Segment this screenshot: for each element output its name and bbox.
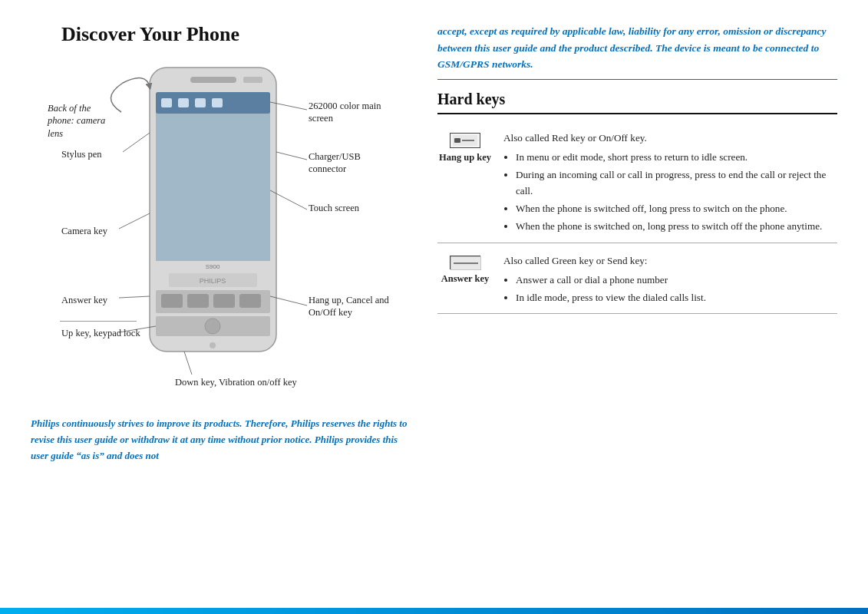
hang-up-key-row: Hang up key Also called Red key or On/Of… <box>437 130 837 236</box>
left-column: Discover Your Phone <box>31 23 414 600</box>
svg-rect-1 <box>190 77 236 83</box>
svg-rect-13 <box>156 290 270 313</box>
page-container: Discover Your Phone <box>0 0 868 614</box>
svg-text:PHILIPS: PHILIPS <box>200 277 226 285</box>
hang-up-bullet-1: In menu or edit mode, short press to ret… <box>516 149 837 165</box>
hard-keys-title: Hard keys <box>437 91 837 114</box>
answer-key-icon[interactable] <box>450 256 480 269</box>
label-color-screen: 262000 color main screen <box>309 100 399 125</box>
svg-rect-10 <box>169 273 257 287</box>
svg-rect-4 <box>156 92 270 114</box>
label-back-phone: Back of the phone: camera lens <box>48 102 117 140</box>
svg-point-19 <box>205 319 220 334</box>
svg-rect-15 <box>187 294 209 308</box>
main-content: Discover Your Phone <box>0 0 868 608</box>
page-title: Discover Your Phone <box>61 23 414 46</box>
right-column: accept, except as required by applicable… <box>437 23 837 600</box>
svg-rect-31 <box>454 138 460 143</box>
label-hang-up-cancel: Hang up, Cancel and On/Off key <box>309 294 399 319</box>
svg-rect-6 <box>161 98 172 107</box>
svg-rect-0 <box>150 68 276 352</box>
hang-up-key-icon-label: Hang up key <box>437 130 493 163</box>
bottom-bar <box>0 608 868 614</box>
answer-key-label: Answer key <box>441 272 490 285</box>
svg-line-21 <box>123 133 150 152</box>
label-stylus-pen: Stylus pen <box>61 148 101 160</box>
hang-up-key-icon[interactable] <box>450 133 480 148</box>
hang-up-key-description: Also called Red key or On/Off key. In me… <box>503 130 837 236</box>
hang-up-bullets: In menu or edit mode, short press to ret… <box>503 149 837 235</box>
svg-line-28 <box>270 296 307 305</box>
answer-key-description: Also called Green key or Send key: Answe… <box>503 253 837 307</box>
svg-line-29 <box>184 352 192 375</box>
answer-bullets: Answer a call or dial a phone number In … <box>503 272 837 305</box>
svg-rect-2 <box>243 77 262 83</box>
hang-up-key-label: Hang up key <box>439 151 491 163</box>
hang-up-bullet-2: During an incoming call or call in progr… <box>516 167 837 199</box>
note-box: Philips continuously strives to improve … <box>31 416 414 464</box>
svg-rect-3 <box>156 92 270 261</box>
svg-line-27 <box>270 190 307 210</box>
svg-line-23 <box>119 296 150 298</box>
answer-bullet-2: In idle mode, press to view the dialed c… <box>516 289 837 305</box>
svg-text:S900: S900 <box>206 263 220 270</box>
answer-also-called: Also called Green key or Send key: <box>503 253 837 269</box>
svg-point-20 <box>210 342 216 348</box>
hang-up-bullet-3: When the phone is switched off, long pre… <box>516 200 837 216</box>
svg-rect-16 <box>213 294 235 308</box>
answer-bullet-1: Answer a call or dial a phone number <box>516 272 837 288</box>
svg-line-22 <box>119 213 150 229</box>
answer-key-icon-label: Answer key <box>437 253 493 285</box>
answer-key-row: Answer key Also called Green key or Send… <box>437 253 837 307</box>
label-up-key: Up key, keypad lock <box>61 327 140 339</box>
label-charger-usb: Charger/USB connector <box>309 150 399 176</box>
diagram-line-left <box>60 321 137 322</box>
svg-rect-14 <box>161 294 183 308</box>
hang-up-also-called: Also called Red key or On/Off key. <box>503 130 837 146</box>
svg-rect-9 <box>212 98 223 107</box>
label-down-key: Down key, Vibration on/off key <box>175 376 297 388</box>
answer-key-section: Answer key Also called Green key or Send… <box>437 243 837 314</box>
label-camera-key: Camera key <box>61 225 107 237</box>
svg-line-25 <box>270 102 307 110</box>
svg-line-26 <box>276 152 307 160</box>
svg-rect-8 <box>195 98 206 107</box>
label-answer-key: Answer key <box>61 294 107 306</box>
svg-rect-17 <box>239 294 261 308</box>
phone-diagram: PHILIPS S900 <box>31 60 399 398</box>
hang-up-key-section: Hang up key Also called Red key or On/Of… <box>437 120 837 243</box>
right-top-text: accept, except as required by applicable… <box>437 23 837 80</box>
label-touch-screen: Touch screen <box>309 202 359 214</box>
svg-rect-5 <box>156 114 270 261</box>
hang-up-bullet-4: When the phone is switched on, long pres… <box>516 218 837 234</box>
svg-rect-18 <box>156 316 270 336</box>
svg-rect-7 <box>178 98 189 107</box>
